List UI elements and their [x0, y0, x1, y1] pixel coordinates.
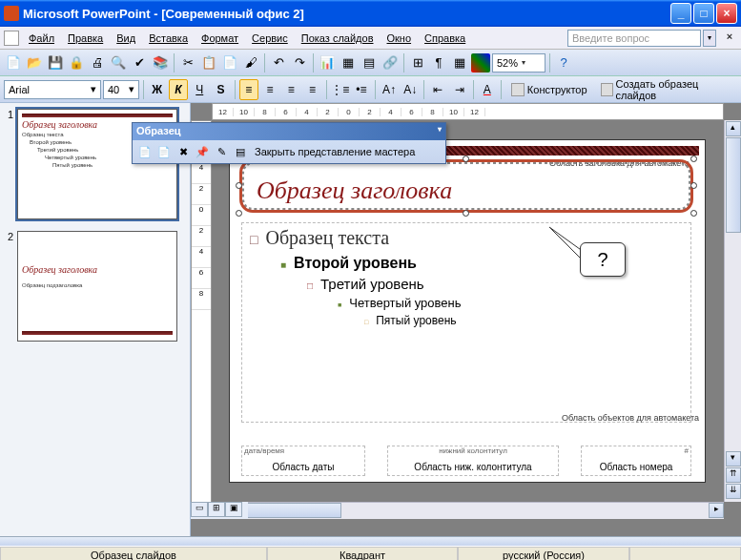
close-master-view-button[interactable]: Закрыть представление мастера [255, 146, 415, 157]
menu-file[interactable]: Файл [23, 31, 60, 46]
decrease-indent-button[interactable]: ⇤ [428, 79, 447, 100]
research-button[interactable]: 📚 [151, 53, 170, 73]
help-callout[interactable]: ? [580, 242, 626, 277]
expand-all-button[interactable]: ⊞ [408, 53, 427, 73]
close-button[interactable]: × [716, 3, 737, 24]
thumbnails-pane: 1 Образец заголовка Образец текста Второ… [0, 103, 191, 536]
thumbnail-2[interactable]: 2 Образец заголовка Образец подзаголовка [0, 225, 190, 347]
chart-button[interactable]: 📊 [318, 53, 337, 73]
document-icon[interactable] [4, 31, 19, 46]
slide-edit-area: 12108642024681012 864202468 Область заго… [191, 103, 741, 536]
body-level-5[interactable]: Пятый уровень [364, 314, 683, 327]
menu-help[interactable]: Справка [419, 31, 471, 46]
font-size-combo[interactable]: 40▾ [103, 80, 139, 99]
print-button[interactable]: 🖨 [88, 53, 107, 73]
delete-master-button[interactable]: ✖ [175, 143, 192, 160]
master-layout-button[interactable]: ▤ [232, 143, 249, 160]
distributed-button[interactable]: ≡ [302, 79, 321, 100]
help-dropdown[interactable]: ▾ [703, 30, 716, 47]
bullet-list-button[interactable]: •≡ [352, 79, 371, 100]
floating-toolbar-title[interactable]: Образец▾ [133, 123, 445, 140]
spellcheck-button[interactable]: ✔ [130, 53, 149, 73]
redo-button[interactable]: ↷ [290, 53, 309, 73]
mdi-close-button[interactable]: × [722, 31, 737, 46]
scroll-up-button[interactable]: ▴ [726, 121, 741, 136]
minimize-button[interactable]: _ [670, 3, 691, 24]
permissions-button[interactable]: 🔒 [67, 53, 86, 73]
cut-button[interactable]: ✂ [178, 53, 197, 73]
copy-button[interactable]: 📋 [199, 53, 218, 73]
new-doc-button[interactable]: 📄 [4, 53, 23, 73]
app-icon [4, 6, 19, 21]
status-bar: Образец слайдов Квадрант русский (Россия… [0, 546, 741, 560]
master-slide[interactable]: Область заголовка для автомакета Образец… [229, 139, 706, 483]
normal-view-button[interactable]: ▭ [191, 502, 208, 517]
footer-placeholder[interactable]: нижний колонтитул Область ниж. колонтиту… [387, 446, 559, 476]
thumb-slide[interactable]: Образец заголовка Образец подзаголовка [17, 231, 177, 342]
title-text[interactable]: Образец заголовка [257, 176, 452, 205]
help-button[interactable]: ? [554, 53, 573, 73]
menu-slideshow[interactable]: Показ слайдов [296, 31, 380, 46]
color-button[interactable] [471, 53, 490, 73]
dropdown-icon[interactable]: ▾ [438, 125, 442, 138]
slideshow-view-button[interactable]: ▣ [225, 502, 242, 517]
maximize-button[interactable]: □ [693, 3, 714, 24]
body-level-3[interactable]: Третий уровень [307, 276, 683, 292]
hyperlink-button[interactable]: 🔗 [381, 53, 400, 73]
scroll-thumb[interactable] [726, 137, 741, 233]
paste-button[interactable]: 📄 [220, 53, 239, 73]
menu-edit[interactable]: Правка [62, 31, 109, 46]
new-master-icon [601, 83, 613, 96]
align-left-button[interactable]: ≡ [239, 79, 258, 100]
scroll-right-button[interactable]: ▸ [709, 503, 724, 518]
numbered-list-button[interactable]: ⋮≡ [331, 79, 350, 100]
font-color-button[interactable]: A [478, 79, 497, 100]
zoom-combo[interactable]: 52%▾ [492, 53, 545, 73]
italic-button[interactable]: К [169, 79, 188, 100]
vertical-scrollbar[interactable]: ▴ ▾ ⇈ ⇊ [724, 120, 741, 502]
menu-insert[interactable]: Вставка [143, 31, 194, 46]
bold-button[interactable]: Ж [148, 79, 167, 100]
increase-font-button[interactable]: A↑ [380, 79, 399, 100]
menu-format[interactable]: Формат [196, 31, 244, 46]
number-placeholder[interactable]: # Область номера [581, 446, 691, 476]
insert-title-master-button[interactable]: 📄 [155, 143, 173, 160]
increase-indent-button[interactable]: ⇥ [450, 79, 469, 100]
format-painter-button[interactable]: 🖌 [241, 53, 260, 73]
vertical-ruler[interactable]: 864202468 [191, 120, 212, 519]
status-language[interactable]: русский (Россия) [458, 547, 629, 560]
menu-tools[interactable]: Сервис [246, 31, 294, 46]
shadow-button[interactable]: S [211, 79, 230, 100]
body-level-4[interactable]: Четвертый уровень [338, 296, 683, 310]
prev-slide-button[interactable]: ⇈ [726, 467, 741, 483]
sorter-view-button[interactable]: ⊞ [208, 502, 225, 517]
date-placeholder[interactable]: дата/время Область даты [241, 446, 365, 476]
decrease-font-button[interactable]: A↓ [401, 79, 420, 100]
next-slide-button[interactable]: ⇊ [726, 484, 741, 499]
preserve-master-button[interactable]: 📌 [194, 143, 211, 160]
rename-master-button[interactable]: ✎ [213, 143, 230, 160]
title-placeholder[interactable]: Область заголовка для автомакета Образец… [239, 159, 693, 213]
new-master-button[interactable]: Создать образец слайдов [595, 79, 737, 100]
horizontal-scrollbar[interactable]: ◂ ▸ [212, 502, 724, 519]
insert-slide-master-button[interactable]: 📄 [136, 143, 154, 160]
align-center-button[interactable]: ≡ [260, 79, 279, 100]
tables-borders-button[interactable]: ▤ [360, 53, 379, 73]
print-preview-button[interactable]: 🔍 [109, 53, 128, 73]
save-button[interactable]: 💾 [46, 53, 65, 73]
help-search-input[interactable]: Введите вопрос [567, 30, 701, 47]
open-button[interactable]: 📂 [25, 53, 44, 73]
horizontal-ruler[interactable]: 12108642024681012 [212, 103, 724, 120]
scroll-down-button[interactable]: ▾ [726, 451, 741, 467]
table-button[interactable]: ▦ [339, 53, 358, 73]
menu-view[interactable]: Вид [111, 31, 141, 46]
grid-button[interactable]: ▦ [450, 53, 469, 73]
show-formatting-button[interactable]: ¶ [429, 53, 448, 73]
designer-button[interactable]: Конструктор [505, 79, 593, 100]
master-floating-toolbar[interactable]: Образец▾ 📄 📄 ✖ 📌 ✎ ▤ Закрыть представлен… [132, 122, 446, 164]
align-right-button[interactable]: ≡ [281, 79, 300, 100]
menu-window[interactable]: Окно [381, 31, 418, 46]
undo-button[interactable]: ↶ [269, 53, 288, 73]
underline-button[interactable]: Ч [190, 79, 209, 100]
font-combo[interactable]: Arial▾ [4, 80, 101, 99]
